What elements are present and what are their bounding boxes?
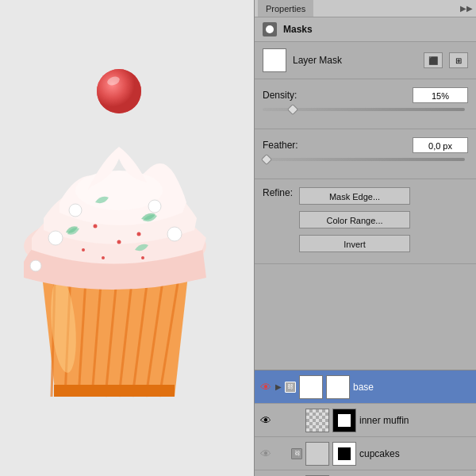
density-track (263, 108, 465, 111)
layer-eye-base[interactable]: 👁 (259, 381, 272, 393)
svg-point-20 (97, 69, 141, 113)
mask-inner-square (338, 414, 351, 427)
feather-thumb[interactable] (261, 154, 272, 165)
svg-point-18 (102, 256, 105, 259)
refine-label: Refine: (263, 187, 293, 198)
density-slider[interactable] (263, 108, 468, 124)
svg-point-14 (117, 240, 121, 244)
density-section: Density: 15% (255, 79, 476, 129)
layer-thumb-inner-muffin (305, 409, 329, 432)
panel-spacer (255, 264, 476, 370)
layer-expand-base[interactable]: ▶ (275, 382, 282, 391)
svg-point-15 (82, 248, 85, 251)
mask-btn-options[interactable]: ⊞ (449, 52, 468, 68)
svg-point-7 (170, 229, 175, 234)
layer-mask-label: Layer Mask (293, 55, 417, 66)
layer-mask-thumb-base (326, 375, 350, 399)
masks-header: Masks (255, 17, 476, 42)
svg-point-11 (152, 202, 155, 206)
layer-eye-cupcakes[interactable]: 👁 (259, 447, 272, 460)
svg-point-17 (141, 256, 144, 259)
feather-track (263, 158, 465, 161)
canvas-area (0, 0, 254, 476)
layer-row-base[interactable]: 👁 ▶ ⛓ base (255, 370, 476, 404)
layer-mask-thumb-inner-muffin (332, 409, 356, 432)
layers-section: 👁 ▶ ⛓ base 👁 inner muffin (255, 370, 476, 476)
layer-row-background[interactable]: 👁 Background 🔒 (255, 470, 476, 476)
layer-name-base: base (353, 382, 471, 393)
layer-row-cupcakes[interactable]: 👁 ⛓ cupcakes (255, 437, 476, 470)
layer-mask-row: Layer Mask ⬛ ⊞ (255, 42, 476, 79)
svg-point-6 (167, 227, 182, 241)
density-row: Density: 15% (263, 87, 468, 103)
layer-name-inner-muffin: inner muffin (359, 415, 471, 426)
masks-title: Masks (283, 24, 313, 35)
layer-mask-thumb-cupcakes (332, 442, 356, 466)
feather-value[interactable]: 0,0 px (413, 137, 468, 153)
svg-point-5 (51, 233, 56, 238)
layer-link-cupcakes: ⛓ (291, 448, 302, 459)
masks-icon-circle (266, 25, 274, 33)
layer-eye-inner-muffin[interactable]: 👁 (259, 414, 272, 427)
feather-label: Feather: (263, 140, 318, 151)
color-range-button[interactable]: Color Range... (299, 211, 410, 228)
layer-link-base: ⛓ (285, 382, 296, 393)
svg-point-10 (148, 200, 161, 213)
mask-edge-button[interactable]: Mask Edge... (299, 187, 410, 205)
density-thumb[interactable] (287, 104, 298, 115)
layer-row-inner-muffin[interactable]: 👁 inner muffin (255, 404, 476, 437)
density-value[interactable]: 15% (413, 87, 468, 103)
svg-point-16 (137, 232, 141, 236)
masks-icon (263, 22, 277, 36)
feather-section: Feather: 0,0 px (255, 129, 476, 179)
svg-point-9 (72, 206, 76, 210)
mask-cupcakes-square (338, 447, 351, 460)
feather-slider[interactable] (263, 158, 468, 174)
layer-thumb-cupcakes (305, 442, 329, 466)
properties-tab[interactable]: Properties (258, 0, 313, 17)
mask-btn-apply[interactable]: ⬛ (424, 52, 443, 68)
panel-tab-arrow: ▶▶ (460, 4, 473, 13)
layer-name-cupcakes: cupcakes (359, 448, 471, 459)
density-label: Density: (263, 90, 318, 101)
layer-mask-thumbnail[interactable] (263, 48, 286, 72)
svg-point-12 (30, 260, 41, 271)
layer-thumb-base (299, 375, 323, 399)
invert-button[interactable]: Invert (299, 235, 410, 252)
svg-point-8 (69, 204, 82, 217)
properties-panel: Properties ▶▶ Masks Layer Mask ⬛ ⊞ Densi… (254, 0, 476, 476)
panel-tab-bar: Properties ▶▶ (255, 0, 476, 17)
refine-section: Refine: Mask Edge... Color Range... Inve… (255, 179, 476, 264)
svg-point-4 (48, 231, 63, 245)
feather-row: Feather: 0,0 px (263, 137, 468, 153)
svg-point-13 (94, 225, 98, 228)
